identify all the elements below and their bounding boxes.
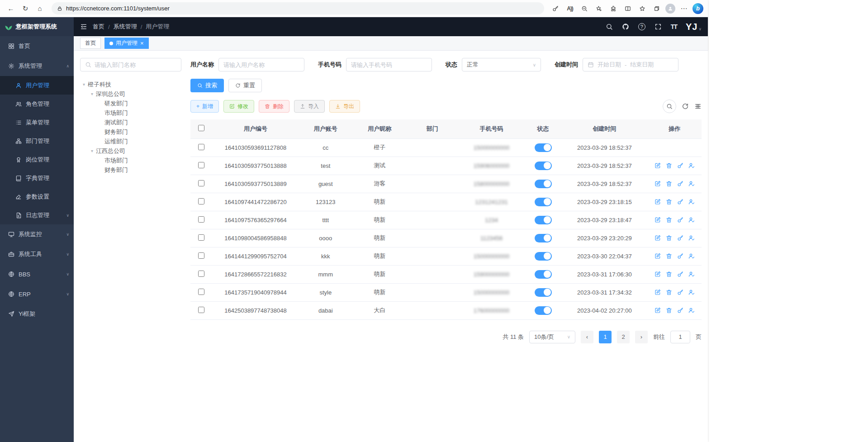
status-toggle[interactable] [535, 288, 552, 297]
sidebar-item-dept-mgmt[interactable]: 部门管理 [0, 132, 74, 150]
tab-user-mgmt[interactable]: 用户管理 × [104, 38, 149, 49]
date-range-picker[interactable]: 开始日期 - 结束日期 [583, 58, 678, 71]
assign-role-icon[interactable] [688, 307, 695, 314]
dept-search-input[interactable] [95, 62, 176, 68]
status-select[interactable]: 正常 ∨ [462, 58, 541, 71]
tree-node[interactable]: 财务部门 [80, 165, 181, 175]
sidebar-item-user-mgmt[interactable]: 用户管理 [0, 76, 74, 95]
sidebar-item-yi-framework[interactable]: Yi框架 [0, 304, 74, 324]
row-checkbox[interactable] [198, 307, 204, 313]
tree-node[interactable]: 市场部门 [80, 108, 181, 118]
import-button[interactable]: 导入 [294, 100, 325, 113]
edit-icon[interactable] [655, 271, 661, 277]
select-all-checkbox[interactable] [198, 125, 204, 131]
tree-expand-icon[interactable]: ▾ [83, 82, 85, 87]
sidebar-item-log-mgmt[interactable]: 日志管理 ∨ [0, 206, 74, 224]
status-toggle[interactable] [535, 306, 552, 315]
tree-node[interactable]: 研发部门 [80, 99, 181, 108]
password-key-icon[interactable] [550, 2, 561, 15]
delete-icon[interactable] [666, 162, 672, 169]
reset-password-key-icon[interactable] [677, 217, 683, 223]
close-icon[interactable]: × [140, 40, 144, 46]
row-checkbox[interactable] [198, 234, 204, 241]
edit-icon[interactable] [655, 289, 661, 295]
copilot-icon[interactable]: b [693, 3, 703, 14]
row-checkbox[interactable] [198, 198, 204, 204]
row-checkbox[interactable] [198, 216, 204, 223]
back-icon[interactable]: ← [5, 2, 17, 15]
sidebar-item-monitor[interactable]: 系统监控 ∨ [0, 224, 74, 244]
delete-icon[interactable] [666, 253, 672, 259]
collapse-menu-icon[interactable] [80, 23, 87, 30]
row-checkbox[interactable] [198, 144, 204, 150]
edit-icon[interactable] [655, 162, 661, 169]
tree-node[interactable]: ▾橙子科技 [80, 80, 181, 89]
row-checkbox[interactable] [198, 252, 204, 259]
delete-icon[interactable] [666, 199, 672, 205]
reset-password-key-icon[interactable] [677, 162, 683, 169]
row-checkbox[interactable] [198, 271, 204, 277]
fullscreen-icon[interactable] [655, 23, 662, 30]
assign-role-icon[interactable] [688, 253, 695, 259]
reload-icon[interactable]: ↻ [19, 2, 32, 15]
row-checkbox[interactable] [198, 180, 204, 186]
delete-icon[interactable] [666, 181, 672, 187]
reset-password-key-icon[interactable] [677, 199, 683, 205]
user-logo[interactable]: YJ ∨ [686, 22, 702, 31]
delete-icon[interactable] [666, 307, 672, 314]
tree-expand-icon[interactable]: ▾ [91, 148, 93, 153]
reset-password-key-icon[interactable] [677, 289, 683, 295]
next-page-button[interactable]: › [635, 331, 648, 343]
delete-icon[interactable] [666, 289, 672, 295]
edit-icon[interactable] [655, 217, 661, 223]
url-bar[interactable]: https://ccnetcore.com:1101/system/user [52, 2, 544, 14]
tree-node[interactable]: 测试部门 [80, 118, 181, 127]
assign-role-icon[interactable] [688, 217, 695, 223]
tree-node[interactable]: 运维部门 [80, 137, 181, 146]
assign-role-icon[interactable] [688, 289, 695, 295]
reset-password-key-icon[interactable] [677, 307, 683, 314]
assign-role-icon[interactable] [688, 181, 695, 187]
sidebar-item-post-mgmt[interactable]: 岗位管理 [0, 150, 74, 169]
delete-icon[interactable] [666, 217, 672, 223]
phone-input[interactable] [346, 58, 432, 71]
sidebar-item-system[interactable]: 系统管理 ∧ [0, 56, 74, 76]
more-icon[interactable]: ⋯ [678, 2, 690, 15]
tab-home[interactable]: 首页 [80, 38, 101, 49]
assign-role-icon[interactable] [688, 162, 695, 169]
tree-node[interactable]: 财务部门 [80, 127, 181, 137]
read-aloud-icon[interactable]: A)) [564, 2, 576, 15]
sidebar-item-param-settings[interactable]: 参数设置 [0, 187, 74, 206]
reset-password-key-icon[interactable] [677, 253, 683, 259]
reset-password-key-icon[interactable] [677, 181, 683, 187]
status-toggle[interactable] [535, 216, 552, 224]
sidebar-item-role-mgmt[interactable]: 角色管理 [0, 95, 74, 113]
status-toggle[interactable] [535, 180, 552, 188]
refresh-table-icon[interactable] [682, 103, 689, 110]
tree-node[interactable]: ▾江西总公司 [80, 146, 181, 156]
zoom-icon[interactable] [579, 2, 590, 15]
assign-role-icon[interactable] [688, 199, 695, 205]
sidebar-item-erp[interactable]: ERP ∨ [0, 284, 74, 304]
extensions-icon[interactable] [607, 2, 619, 15]
breadcrumb-home[interactable]: 首页 [93, 23, 104, 31]
page-button-2[interactable]: 2 [617, 331, 630, 343]
edit-icon[interactable] [655, 253, 661, 259]
sidebar-item-tools[interactable]: 系统工具 ∨ [0, 244, 74, 264]
status-toggle[interactable] [535, 143, 552, 152]
sidebar-item-bbs[interactable]: BBS ∨ [0, 264, 74, 284]
edit-icon[interactable] [655, 235, 661, 241]
status-toggle[interactable] [535, 252, 552, 261]
username-input[interactable] [218, 58, 304, 71]
delete-button[interactable]: 删除 [259, 100, 289, 113]
sidebar-item-dict-mgmt[interactable]: 字典管理 [0, 169, 74, 187]
sidebar-item-menu-mgmt[interactable]: 菜单管理 [0, 113, 74, 132]
reset-password-key-icon[interactable] [677, 235, 683, 241]
row-checkbox[interactable] [198, 289, 204, 295]
search-icon[interactable] [606, 23, 613, 30]
assign-role-icon[interactable] [688, 271, 695, 277]
browser-home-icon[interactable]: ⌂ [33, 2, 46, 15]
edit-button[interactable]: 修改 [223, 100, 254, 113]
favorites-bar-icon[interactable] [636, 2, 648, 15]
tree-node[interactable]: ▾深圳总公司 [80, 89, 181, 99]
